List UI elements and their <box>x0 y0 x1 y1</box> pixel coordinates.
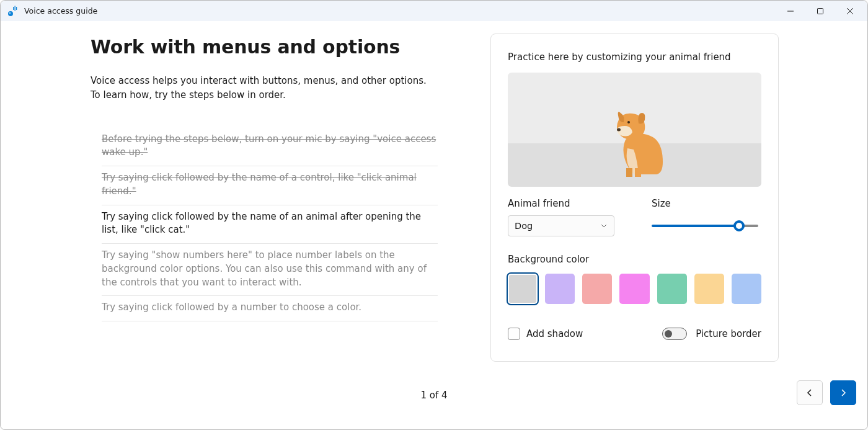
footer: 1 of 4 <box>1 385 867 429</box>
content-area: Work with menus and options Voice access… <box>1 21 867 385</box>
size-label: Size <box>652 198 758 209</box>
animal-friend-field: Animal friend Dog <box>508 198 614 236</box>
step-item: Try saying "show numbers here" to place … <box>102 244 438 296</box>
instructions-column: Work with menus and options Voice access… <box>1 36 490 385</box>
background-color-swatches <box>508 274 761 304</box>
steps-list: Before trying the steps below, turn on y… <box>91 128 438 322</box>
window-title: Voice access guide <box>24 6 97 16</box>
svg-rect-4 <box>16 7 17 10</box>
next-button[interactable] <box>830 380 856 405</box>
page-description: Voice access helps you interact with but… <box>91 74 438 103</box>
svg-rect-6 <box>818 8 823 14</box>
chevron-left-icon <box>805 388 815 398</box>
add-shadow-label: Add shadow <box>526 328 583 339</box>
practice-heading: Practice here by customizing your animal… <box>508 52 761 63</box>
dog-illustration <box>591 95 678 182</box>
svg-rect-10 <box>635 168 641 177</box>
chevron-down-icon <box>600 222 608 230</box>
step-item: Try saying click followed by the name of… <box>102 166 438 205</box>
svg-rect-2 <box>13 7 14 10</box>
color-swatch-lavender[interactable] <box>545 274 575 304</box>
size-field: Size <box>652 198 758 236</box>
window-controls <box>776 1 865 20</box>
add-shadow-field: Add shadow <box>508 328 583 340</box>
step-item: Try saying click followed by a number to… <box>102 296 438 321</box>
background-color-label: Background color <box>508 254 761 265</box>
picture-border-toggle[interactable] <box>662 328 687 340</box>
color-swatch-light-gray[interactable] <box>508 274 538 304</box>
maximize-button[interactable] <box>805 1 835 20</box>
animal-preview-canvas <box>508 73 761 187</box>
voice-access-guide-window: Voice access guide Work with menus and o… <box>0 0 868 430</box>
close-button[interactable] <box>835 1 865 20</box>
svg-point-0 <box>8 11 13 16</box>
step-item: Try saying click followed by the name of… <box>102 205 438 244</box>
color-swatch-peach[interactable] <box>694 274 724 304</box>
animal-friend-label: Animal friend <box>508 198 614 209</box>
page-counter: 1 of 4 <box>420 390 447 401</box>
svg-rect-3 <box>15 6 16 11</box>
size-slider[interactable] <box>652 215 758 236</box>
picture-border-label: Picture border <box>696 328 761 339</box>
step-item: Before trying the steps below, turn on y… <box>102 128 438 167</box>
color-swatch-pink[interactable] <box>619 274 649 304</box>
nav-buttons <box>797 380 856 405</box>
color-swatch-salmon[interactable] <box>582 274 612 304</box>
animal-friend-combobox[interactable]: Dog <box>508 215 614 236</box>
color-swatch-mint[interactable] <box>657 274 687 304</box>
svg-rect-9 <box>626 168 632 177</box>
animal-friend-value: Dog <box>515 221 533 231</box>
svg-point-12 <box>627 121 630 123</box>
chevron-right-icon <box>838 388 848 398</box>
page-title: Work with menus and options <box>91 36 447 58</box>
picture-border-field: Picture border <box>662 328 761 340</box>
previous-button[interactable] <box>797 380 823 405</box>
slider-thumb[interactable] <box>733 220 745 231</box>
window-titlebar: Voice access guide <box>1 1 867 21</box>
add-shadow-checkbox[interactable] <box>508 328 520 340</box>
voice-access-app-icon <box>7 6 18 17</box>
svg-point-11 <box>617 128 621 132</box>
minimize-button[interactable] <box>776 1 805 20</box>
color-swatch-sky[interactable] <box>732 274 761 304</box>
practice-panel: Practice here by customizing your animal… <box>490 34 779 362</box>
svg-point-1 <box>9 12 11 14</box>
